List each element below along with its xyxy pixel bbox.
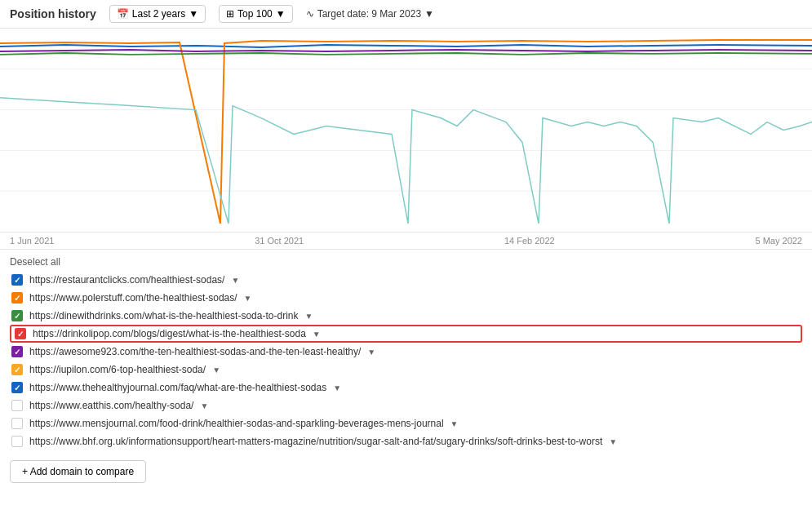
url-item[interactable]: https://drinkolipop.com/blogs/digest/wha…	[10, 325, 802, 343]
url-checkbox[interactable]	[11, 346, 23, 357]
url-text: https://www.eatthis.com/healthy-soda/	[29, 400, 193, 411]
url-checkbox[interactable]	[11, 418, 23, 429]
x-label-4: 5 May 2022	[756, 236, 802, 246]
url-dropdown-arrow[interactable]: ▼	[304, 312, 313, 321]
url-checkbox[interactable]	[11, 310, 23, 321]
url-dropdown-arrow[interactable]: ▼	[313, 330, 321, 339]
url-dropdown-arrow[interactable]: ▼	[450, 419, 459, 428]
url-item[interactable]: https://dinewithdrinks.com/what-is-the-h…	[10, 307, 802, 325]
grid-icon: ⊞	[226, 8, 234, 20]
url-checkbox[interactable]	[11, 436, 23, 447]
url-text: https://www.polerstuff.com/the-healthies…	[29, 292, 237, 304]
deselect-all-btn[interactable]: Deselect all	[0, 250, 812, 271]
url-item[interactable]: https://restaurantclicks.com/healthiest-…	[10, 271, 802, 289]
url-dropdown-arrow[interactable]: ▼	[367, 348, 375, 357]
calendar-icon: 📅	[117, 8, 129, 20]
url-item[interactable]: https://www.mensjournal.com/food-drink/h…	[10, 414, 802, 432]
url-checkbox[interactable]	[11, 274, 23, 286]
top-filter-label: Top 100	[237, 8, 273, 20]
url-dropdown-arrow[interactable]: ▼	[333, 383, 341, 392]
url-dropdown-arrow[interactable]: ▼	[244, 294, 252, 303]
url-dropdown-arrow[interactable]: ▼	[609, 437, 617, 446]
url-checkbox[interactable]	[15, 328, 26, 339]
chevron-down-icon3: ▼	[424, 8, 434, 20]
target-date-label: Target date: 9 Mar 2023	[317, 8, 421, 20]
x-axis: 1 Jun 2021 31 Oct 2021 14 Feb 2022 5 May…	[0, 233, 812, 250]
url-text: https://www.bhf.org.uk/informationsuppor…	[29, 436, 602, 447]
url-item[interactable]: https://awesome923.com/the-ten-healthies…	[10, 343, 802, 361]
chevron-down-icon: ▼	[189, 8, 198, 20]
url-checkbox[interactable]	[11, 400, 23, 411]
page-title: Position history	[10, 7, 96, 20]
url-text: https://awesome923.com/the-ten-healthies…	[29, 346, 361, 357]
url-item[interactable]: https://www.thehealthyjournal.com/faq/wh…	[10, 379, 802, 397]
position-history-chart	[0, 29, 812, 233]
url-item[interactable]: https://www.polerstuff.com/the-healthies…	[10, 289, 802, 307]
url-text: https://iupilon.com/6-top-healthiest-sod…	[29, 364, 206, 375]
url-checkbox[interactable]	[11, 292, 23, 304]
url-checkbox[interactable]	[11, 382, 23, 393]
target-date-btn[interactable]: ∿ Target date: 9 Mar 2023 ▼	[306, 8, 434, 20]
url-item[interactable]: https://www.eatthis.com/healthy-soda/▼	[10, 397, 802, 414]
url-dropdown-arrow[interactable]: ▼	[200, 401, 208, 410]
url-text: https://restaurantclicks.com/healthiest-…	[29, 274, 224, 286]
url-item[interactable]: https://www.bhf.org.uk/informationsuppor…	[10, 432, 802, 450]
url-dropdown-arrow[interactable]: ▼	[212, 366, 220, 375]
date-range-btn[interactable]: 📅 Last 2 years ▼	[109, 5, 206, 23]
toolbar: Position history 📅 Last 2 years ▼ ⊞ Top …	[0, 0, 812, 29]
x-label-3: 14 Feb 2022	[504, 236, 555, 246]
x-label-1: 1 Jun 2021	[10, 236, 54, 246]
url-checkbox[interactable]	[11, 364, 23, 375]
url-list: https://restaurantclicks.com/healthiest-…	[0, 271, 812, 450]
url-text: https://www.mensjournal.com/food-drink/h…	[29, 418, 444, 429]
trend-icon: ∿	[306, 8, 314, 20]
url-text: https://www.thehealthyjournal.com/faq/wh…	[29, 382, 326, 393]
url-text: https://dinewithdrinks.com/what-is-the-h…	[29, 310, 298, 321]
add-domain-button[interactable]: + Add domain to compare	[10, 460, 146, 483]
url-text: https://drinkolipop.com/blogs/digest/wha…	[33, 328, 306, 339]
top-filter-btn[interactable]: ⊞ Top 100 ▼	[219, 5, 293, 23]
url-item[interactable]: https://iupilon.com/6-top-healthiest-sod…	[10, 361, 802, 379]
chevron-down-icon2: ▼	[276, 8, 286, 20]
x-label-2: 31 Oct 2021	[255, 236, 304, 246]
date-range-label: Last 2 years	[132, 8, 185, 20]
url-dropdown-arrow[interactable]: ▼	[231, 276, 239, 285]
